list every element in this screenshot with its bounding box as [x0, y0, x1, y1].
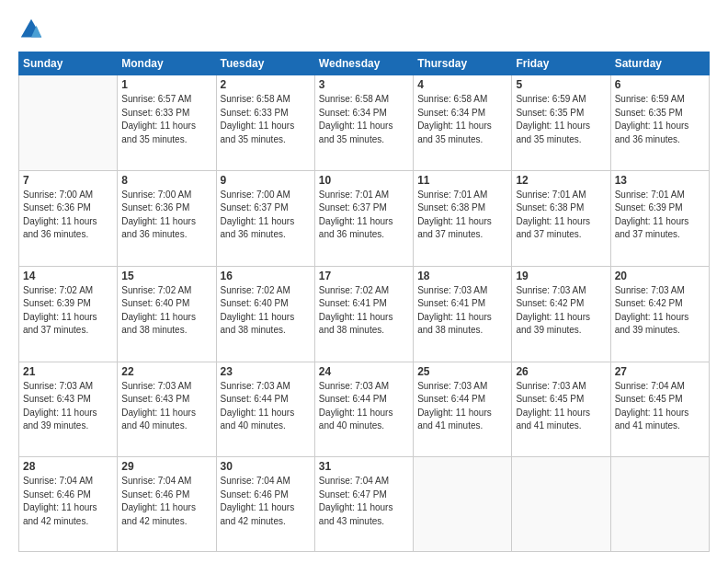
calendar-week-0: 1Sunrise: 6:57 AMSunset: 6:33 PMDaylight… — [19, 75, 710, 171]
day-info: Sunrise: 7:03 AMSunset: 6:45 PMDaylight:… — [516, 380, 606, 433]
calendar-cell: 27Sunrise: 7:04 AMSunset: 6:45 PMDayligh… — [610, 362, 709, 457]
logo — [18, 17, 48, 42]
day-number: 14 — [23, 270, 113, 282]
weekday-header-tuesday: Tuesday — [216, 52, 314, 75]
calendar-cell: 20Sunrise: 7:03 AMSunset: 6:42 PMDayligh… — [610, 266, 709, 362]
day-info: Sunrise: 7:02 AMSunset: 6:40 PMDaylight:… — [121, 284, 211, 338]
calendar-cell — [414, 457, 512, 552]
day-number: 9 — [221, 174, 311, 187]
calendar-cell: 3Sunrise: 6:58 AMSunset: 6:34 PMDaylight… — [314, 75, 413, 171]
day-info: Sunrise: 7:00 AMSunset: 6:37 PMDaylight:… — [221, 189, 311, 242]
calendar-week-2: 14Sunrise: 7:02 AMSunset: 6:39 PMDayligh… — [19, 266, 710, 362]
day-number: 28 — [23, 460, 113, 473]
calendar-cell: 1Sunrise: 6:57 AMSunset: 6:33 PMDaylight… — [118, 75, 216, 171]
day-info: Sunrise: 7:01 AMSunset: 6:39 PMDaylight:… — [615, 189, 705, 242]
day-number: 31 — [319, 460, 409, 473]
day-info: Sunrise: 6:59 AMSunset: 6:35 PMDaylight:… — [615, 93, 705, 146]
day-info: Sunrise: 7:02 AMSunset: 6:40 PMDaylight:… — [221, 284, 311, 338]
day-number: 21 — [23, 365, 113, 378]
day-info: Sunrise: 7:03 AMSunset: 6:42 PMDaylight:… — [516, 284, 606, 338]
day-number: 25 — [417, 365, 507, 378]
day-number: 18 — [417, 270, 507, 282]
calendar-cell: 10Sunrise: 7:01 AMSunset: 6:37 PMDayligh… — [314, 170, 413, 266]
day-info: Sunrise: 7:04 AMSunset: 6:45 PMDaylight:… — [615, 380, 705, 433]
day-info: Sunrise: 6:58 AMSunset: 6:34 PMDaylight:… — [319, 93, 409, 146]
logo-icon — [18, 17, 44, 42]
day-info: Sunrise: 7:00 AMSunset: 6:36 PMDaylight:… — [23, 189, 113, 242]
weekday-header-monday: Monday — [118, 52, 216, 75]
calendar-cell: 18Sunrise: 7:03 AMSunset: 6:41 PMDayligh… — [414, 266, 512, 362]
day-info: Sunrise: 7:03 AMSunset: 6:44 PMDaylight:… — [221, 380, 311, 433]
day-info: Sunrise: 7:03 AMSunset: 6:41 PMDaylight:… — [417, 284, 507, 338]
day-info: Sunrise: 7:04 AMSunset: 6:46 PMDaylight:… — [23, 475, 113, 528]
day-info: Sunrise: 7:04 AMSunset: 6:47 PMDaylight:… — [319, 475, 409, 528]
page: SundayMondayTuesdayWednesdayThursdayFrid… — [0, 0, 728, 563]
calendar-cell — [19, 75, 118, 171]
calendar-cell: 6Sunrise: 6:59 AMSunset: 6:35 PMDaylight… — [610, 75, 709, 171]
day-number: 5 — [516, 78, 606, 91]
day-number: 20 — [615, 270, 705, 282]
day-number: 12 — [516, 174, 606, 187]
calendar-cell — [610, 457, 709, 552]
calendar-cell: 23Sunrise: 7:03 AMSunset: 6:44 PMDayligh… — [216, 362, 314, 457]
day-info: Sunrise: 6:58 AMSunset: 6:34 PMDaylight:… — [417, 93, 507, 146]
calendar-cell: 9Sunrise: 7:00 AMSunset: 6:37 PMDaylight… — [216, 170, 314, 266]
day-info: Sunrise: 7:03 AMSunset: 6:43 PMDaylight:… — [121, 380, 211, 433]
calendar-cell: 12Sunrise: 7:01 AMSunset: 6:38 PMDayligh… — [512, 170, 610, 266]
calendar-cell: 16Sunrise: 7:02 AMSunset: 6:40 PMDayligh… — [216, 266, 314, 362]
day-number: 1 — [121, 78, 211, 91]
day-info: Sunrise: 7:04 AMSunset: 6:46 PMDaylight:… — [121, 475, 211, 528]
day-info: Sunrise: 7:03 AMSunset: 6:42 PMDaylight:… — [615, 284, 705, 338]
weekday-header-saturday: Saturday — [610, 52, 709, 75]
calendar-cell: 29Sunrise: 7:04 AMSunset: 6:46 PMDayligh… — [118, 457, 216, 552]
day-info: Sunrise: 6:58 AMSunset: 6:33 PMDaylight:… — [221, 93, 311, 146]
calendar-cell: 13Sunrise: 7:01 AMSunset: 6:39 PMDayligh… — [610, 170, 709, 266]
calendar-cell: 21Sunrise: 7:03 AMSunset: 6:43 PMDayligh… — [19, 362, 118, 457]
calendar-cell: 5Sunrise: 6:59 AMSunset: 6:35 PMDaylight… — [512, 75, 610, 171]
calendar-cell — [512, 457, 610, 552]
calendar-week-1: 7Sunrise: 7:00 AMSunset: 6:36 PMDaylight… — [19, 170, 710, 266]
calendar-cell: 7Sunrise: 7:00 AMSunset: 6:36 PMDaylight… — [19, 170, 118, 266]
day-number: 30 — [221, 460, 311, 473]
calendar-week-4: 28Sunrise: 7:04 AMSunset: 6:46 PMDayligh… — [19, 457, 710, 552]
day-info: Sunrise: 7:03 AMSunset: 6:44 PMDaylight:… — [319, 380, 409, 433]
calendar-cell: 14Sunrise: 7:02 AMSunset: 6:39 PMDayligh… — [19, 266, 118, 362]
header — [18, 17, 710, 42]
day-info: Sunrise: 7:00 AMSunset: 6:36 PMDaylight:… — [121, 189, 211, 242]
calendar-cell: 24Sunrise: 7:03 AMSunset: 6:44 PMDayligh… — [314, 362, 413, 457]
calendar-cell: 25Sunrise: 7:03 AMSunset: 6:44 PMDayligh… — [414, 362, 512, 457]
weekday-header-row: SundayMondayTuesdayWednesdayThursdayFrid… — [19, 52, 710, 75]
calendar-cell: 30Sunrise: 7:04 AMSunset: 6:46 PMDayligh… — [216, 457, 314, 552]
day-info: Sunrise: 7:01 AMSunset: 6:38 PMDaylight:… — [417, 189, 507, 242]
day-number: 2 — [221, 78, 311, 91]
calendar-cell: 19Sunrise: 7:03 AMSunset: 6:42 PMDayligh… — [512, 266, 610, 362]
day-number: 29 — [121, 460, 211, 473]
calendar-cell: 17Sunrise: 7:02 AMSunset: 6:41 PMDayligh… — [314, 266, 413, 362]
calendar-table: SundayMondayTuesdayWednesdayThursdayFrid… — [18, 52, 710, 552]
day-info: Sunrise: 6:59 AMSunset: 6:35 PMDaylight:… — [516, 93, 606, 146]
weekday-header-thursday: Thursday — [414, 52, 512, 75]
day-info: Sunrise: 6:57 AMSunset: 6:33 PMDaylight:… — [121, 93, 211, 146]
day-number: 17 — [319, 270, 409, 282]
day-number: 8 — [121, 174, 211, 187]
day-info: Sunrise: 7:03 AMSunset: 6:44 PMDaylight:… — [417, 380, 507, 433]
weekday-header-wednesday: Wednesday — [314, 52, 413, 75]
day-info: Sunrise: 7:03 AMSunset: 6:43 PMDaylight:… — [23, 380, 113, 433]
day-number: 16 — [221, 270, 311, 282]
day-info: Sunrise: 7:01 AMSunset: 6:38 PMDaylight:… — [516, 189, 606, 242]
calendar-cell: 8Sunrise: 7:00 AMSunset: 6:36 PMDaylight… — [118, 170, 216, 266]
day-number: 19 — [516, 270, 606, 282]
day-number: 23 — [221, 365, 311, 378]
calendar-cell: 15Sunrise: 7:02 AMSunset: 6:40 PMDayligh… — [118, 266, 216, 362]
day-number: 13 — [615, 174, 705, 187]
day-number: 6 — [615, 78, 705, 91]
day-number: 26 — [516, 365, 606, 378]
calendar-cell: 22Sunrise: 7:03 AMSunset: 6:43 PMDayligh… — [118, 362, 216, 457]
day-number: 27 — [615, 365, 705, 378]
day-info: Sunrise: 7:04 AMSunset: 6:46 PMDaylight:… — [221, 475, 311, 528]
day-number: 15 — [121, 270, 211, 282]
calendar-cell: 2Sunrise: 6:58 AMSunset: 6:33 PMDaylight… — [216, 75, 314, 171]
calendar-cell: 31Sunrise: 7:04 AMSunset: 6:47 PMDayligh… — [314, 457, 413, 552]
day-number: 11 — [417, 174, 507, 187]
day-info: Sunrise: 7:02 AMSunset: 6:41 PMDaylight:… — [319, 284, 409, 338]
